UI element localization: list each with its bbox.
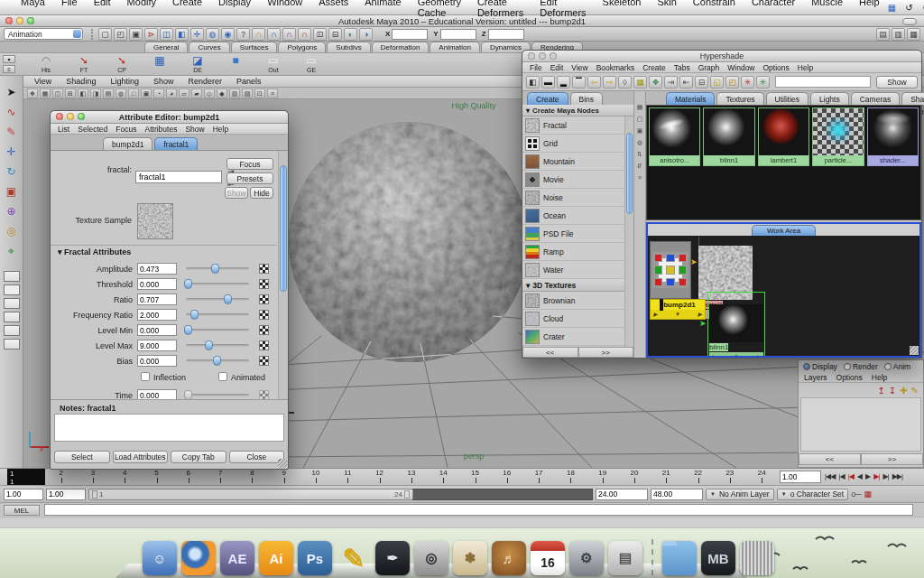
create-pager-prev[interactable]: << [522,347,578,358]
status-icon[interactable]: ◰ [114,28,127,41]
tool-icon[interactable]: ↻ [3,164,21,180]
menubar-item[interactable]: Muscle [803,0,851,18]
z-input[interactable] [488,29,524,40]
hypershade-titlebar[interactable]: Hypershade [522,51,921,62]
playback-button[interactable]: ▶| [881,470,890,484]
shelf-tab[interactable]: Deformation [372,42,430,52]
tool-icon[interactable]: ◎ [3,224,21,239]
layer-editor-menu[interactable]: Help [872,373,887,382]
tab-materials[interactable]: Materials [666,92,715,105]
menubar-item[interactable]: Display [210,0,259,18]
attribute-slider[interactable] [186,329,249,331]
scrollbar-thumb[interactable] [280,165,287,292]
tool-icon[interactable]: ⊕ [3,204,21,219]
create-node-item[interactable]: Water [522,261,624,279]
radio-render[interactable]: Render [844,362,878,371]
sidebar-toggle-icon[interactable]: ▤ [876,28,890,41]
strip-icon[interactable]: ⇅ [637,151,642,158]
dock-icon[interactable] [181,541,216,575]
strip-icon[interactable]: ≡ [638,174,642,181]
material-swatch-shader[interactable]: shader... [867,107,919,166]
timeline-tick[interactable]: 11 [332,469,364,485]
menubar-item[interactable]: Skin [649,0,684,18]
playback-button[interactable]: ▶| [872,470,881,484]
range-start-handle[interactable] [92,490,97,499]
strip-icon[interactable]: ▦ [637,104,643,111]
command-input[interactable] [44,504,913,516]
window-controls[interactable] [528,52,557,60]
create-node-item[interactable]: Mountain [522,153,624,171]
panel-toolbar-icon[interactable]: ⊡ [254,89,265,98]
status-icon[interactable]: ▢ [98,28,112,41]
hypershade-menu-item[interactable]: Help [798,63,813,72]
create-pager-next[interactable]: >> [578,347,634,358]
collapse-arrow-icon[interactable]: ▾ [526,281,530,290]
footer-button[interactable]: Copy Tab [171,451,226,463]
panel-toolbar-icon[interactable]: ◨ [90,89,101,98]
layer-action-icon[interactable]: ✎ [911,386,919,396]
panel-toolbar-icon[interactable]: ▤ [103,89,114,98]
mel-toggle-button[interactable]: MEL [4,505,40,516]
timeline-tick[interactable]: 8 [236,469,268,485]
timeline-tick[interactable]: 18 [555,469,587,485]
current-frame-marker[interactable]: 1 1 [7,469,45,485]
character-set-dropdown[interactable]: ▼o Character Set [777,489,848,500]
shelf-tab[interactable]: Polygons [278,42,326,52]
menubar-item[interactable]: Create [164,0,210,18]
panel-toolbar-icon[interactable]: ◍ [116,89,126,98]
shelf-tab[interactable]: General [144,42,188,52]
dock-icon[interactable]: ✒ [375,541,410,575]
notes-textarea[interactable] [54,414,284,442]
attribute-slider[interactable] [186,283,249,285]
menubar-item[interactable]: Maya [13,0,53,18]
x-input[interactable] [392,29,428,40]
strip-icon[interactable]: ▢ [637,116,643,123]
dock-icon[interactable]: ⚙ [569,541,604,575]
attribute-value-field[interactable] [137,340,177,351]
attribute-editor-menu[interactable]: List [58,125,69,134]
create-node-item[interactable]: Ramp [522,243,624,261]
tab-textures[interactable]: Textures [716,92,763,105]
timeline-ticks[interactable]: 23456789101112131415161718192021222324 [45,469,778,485]
timeline-tick[interactable]: 7 [204,469,236,485]
timeline-tick[interactable]: 14 [428,469,459,485]
tab-create[interactable]: Create [527,92,568,105]
timeline-tick[interactable]: 3 [77,469,108,485]
animation-end-field[interactable] [651,489,703,500]
attribute-slider[interactable] [186,267,249,270]
menubar-item[interactable]: Help [851,0,888,18]
status-icon[interactable]: ∩ [298,28,311,41]
menubar-item[interactable]: File [53,0,86,18]
hypershade-tool-icon[interactable]: ◰ [725,76,739,89]
playback-button[interactable]: ▶ [864,470,872,484]
dock-icon[interactable]: ✎ [337,541,371,575]
attribute-value-field[interactable] [137,294,177,305]
hypershade-menu-item[interactable]: Create [642,63,666,72]
tool-icon[interactable]: ∿ [3,105,21,120]
status-icon[interactable]: ◧ [175,28,189,41]
create-node-item[interactable]: Fractal [522,117,624,135]
hypershade-tool-icon[interactable]: ✳ [741,76,754,89]
shelf-item[interactable]: ■ [220,55,251,74]
tool-icon[interactable]: ▣ [3,184,21,200]
create-node-item[interactable]: PSD File [522,225,624,243]
hypershade-menu-item[interactable]: Bookmarks [596,63,635,72]
resize-grip[interactable] [910,346,919,355]
timeline-tick[interactable]: 10 [300,469,331,485]
panel-toolbar-icon[interactable]: ▥ [229,89,240,98]
panel-menu-item[interactable]: View [34,77,51,86]
menubar-item[interactable]: Create Deformers [469,0,531,18]
y-input[interactable] [440,29,476,40]
menubar-item[interactable]: Window [259,0,310,18]
hypershade-tool-icon[interactable]: ⇤ [679,76,693,89]
dock-icon[interactable]: Ps [298,541,332,575]
strip-icon[interactable]: ⇵ [637,163,642,170]
window-controls[interactable] [5,17,34,24]
texture-map-button-icon[interactable] [259,325,269,335]
material-swatch-lambert1[interactable]: lambert1 [758,107,809,166]
hypershade-tool-icon[interactable]: ⇦ [587,76,601,89]
timeline-tick[interactable]: 16 [491,469,522,485]
hypershade-menu-item[interactable]: Options [763,63,790,72]
animated-checkbox[interactable] [218,372,227,381]
attribute-editor-menu[interactable]: Selected [78,125,107,134]
